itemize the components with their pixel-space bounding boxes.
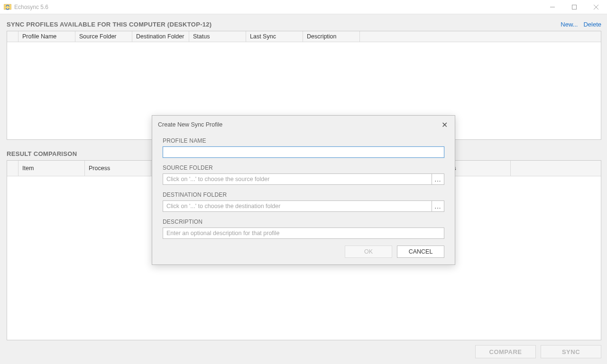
window-title: Echosync 5.6 — [14, 4, 48, 10]
svg-rect-2 — [572, 5, 577, 9]
source-folder-input[interactable] — [163, 173, 432, 185]
result-col-selector[interactable] — [7, 161, 18, 176]
source-folder-browse-button[interactable]: ... — [432, 173, 444, 185]
profile-name-label: PROFILE NAME — [163, 137, 444, 144]
new-profile-link[interactable]: New... — [561, 21, 578, 28]
description-input[interactable] — [163, 228, 444, 239]
result-section-title: RESULT COMPARISON — [7, 150, 77, 157]
cancel-button[interactable]: CANCEL — [397, 246, 444, 258]
profiles-col-destination-folder[interactable]: Destination Folder — [132, 31, 189, 42]
close-button[interactable] — [585, 0, 607, 14]
result-col-trailing[interactable] — [511, 161, 601, 176]
dialog-title: Create New Sync Profile — [158, 121, 222, 128]
delete-profile-link[interactable]: Delete — [583, 21, 601, 28]
compare-button[interactable]: COMPARE — [475, 345, 536, 358]
result-col-process[interactable]: Process — [85, 161, 151, 176]
profiles-col-selector[interactable] — [7, 31, 18, 42]
destination-folder-input[interactable] — [163, 200, 432, 212]
titlebar: Echosync 5.6 — [0, 0, 607, 14]
profiles-col-last-sync[interactable]: Last Sync — [246, 31, 303, 42]
app-icon — [4, 3, 11, 11]
destination-folder-label: DESTINATION FOLDER — [163, 191, 444, 198]
profiles-col-profile-name[interactable]: Profile Name — [18, 31, 75, 42]
result-col-item[interactable]: Item — [18, 161, 85, 176]
profiles-col-source-folder[interactable]: Source Folder — [75, 31, 132, 42]
profiles-col-description[interactable]: Description — [303, 31, 360, 42]
profiles-col-spacer — [360, 31, 601, 42]
minimize-button[interactable] — [542, 0, 563, 14]
maximize-button[interactable] — [563, 0, 585, 14]
profiles-col-status[interactable]: Status — [189, 31, 246, 42]
create-profile-dialog: Create New Sync Profile ✕ PROFILE NAME S… — [152, 115, 455, 265]
source-folder-label: SOURCE FOLDER — [163, 164, 444, 171]
description-label: DESCRIPTION — [163, 218, 444, 225]
dialog-close-button[interactable]: ✕ — [440, 120, 449, 129]
sync-button[interactable]: SYNC — [541, 345, 601, 358]
profile-name-input[interactable] — [163, 146, 444, 158]
destination-folder-browse-button[interactable]: ... — [432, 200, 444, 212]
profiles-grid-header: Profile Name Source Folder Destination F… — [7, 31, 601, 42]
ok-button[interactable]: OK — [345, 246, 392, 258]
profiles-section-title: SYNC PROFILES AVAILABLE FOR THIS COMPUTE… — [7, 21, 212, 28]
